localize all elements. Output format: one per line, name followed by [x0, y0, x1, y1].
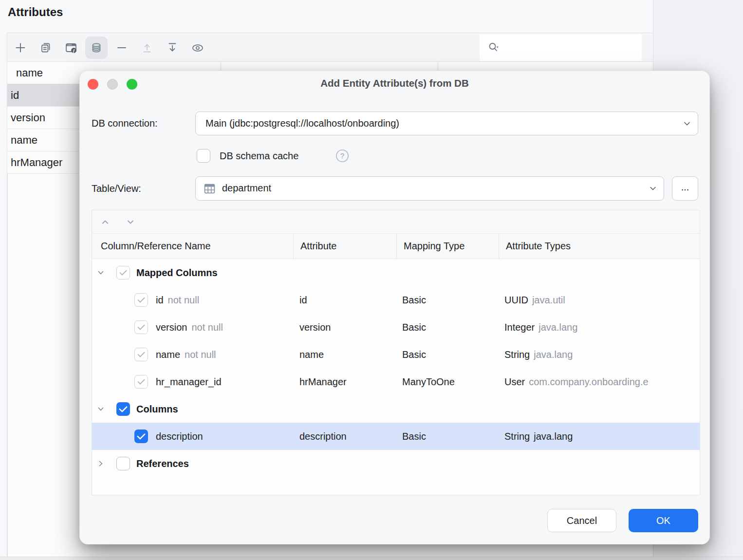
tree-row-id[interactable]: idnot nullidBasicUUIDjava.util [92, 286, 700, 314]
mapping-type-cell: Basic [402, 286, 426, 314]
not-null-note: not null [185, 349, 216, 360]
attribute-cell: id [299, 286, 307, 314]
table-view-value: department [222, 177, 642, 200]
grid-navigation-bar [92, 210, 700, 234]
row-checkbox[interactable] [134, 293, 148, 307]
group-label: Columns [136, 395, 178, 423]
attributes-toolbar: f [7, 33, 653, 62]
attribute-cell: version [299, 314, 331, 341]
attribute-cell: hrManager [299, 368, 347, 395]
table-view-label: Table/View: [92, 183, 141, 194]
grid-header-row: Column/Reference NameAttributeMapping Ty… [92, 234, 700, 259]
type-package: java.util [532, 295, 565, 305]
move-up-icon[interactable] [140, 41, 154, 55]
group-checkbox[interactable] [116, 457, 130, 470]
column-header-mapping-type: Mapping Type [404, 234, 464, 259]
group-checkbox[interactable] [116, 266, 130, 280]
chevron-down-icon [648, 184, 658, 195]
group-checkbox[interactable] [116, 402, 130, 416]
chevron-down-icon[interactable] [97, 405, 105, 413]
move-selection-up-icon[interactable] [101, 218, 110, 228]
table-icon [203, 182, 216, 197]
tree-row-name[interactable]: namenot nullnameBasicStringjava.lang [92, 341, 700, 368]
db-connection-label: DB connection: [92, 117, 158, 129]
mapping-type-cell: ManyToOne [402, 368, 455, 395]
db-schema-cache-checkbox[interactable] [197, 149, 210, 163]
mapping-type-cell: Basic [402, 341, 426, 368]
tree-row-description[interactable]: descriptiondescriptionBasicStringjava.la… [92, 423, 700, 450]
attribute-type-cell: Stringjava.lang [504, 341, 573, 368]
attribute-cell: name [299, 341, 324, 368]
type-package: java.lang [534, 431, 573, 442]
column-header-attribute: Attribute [300, 234, 336, 259]
row-checkbox[interactable] [134, 375, 148, 389]
attributes-panel-title: Attributes [8, 5, 63, 19]
chevron-right-icon[interactable] [97, 460, 105, 467]
attribute-cell: description [299, 423, 347, 450]
mapping-type-cell: Basic [402, 423, 426, 450]
column-name-cell: description [156, 423, 203, 450]
view-icon[interactable] [191, 41, 204, 55]
db-connection-value: Main (jdbc:postgresql://localhost/onboar… [205, 112, 676, 135]
mapping-type-cell: Basic [402, 314, 426, 341]
move-selection-down-icon[interactable] [126, 218, 135, 228]
screen: Attributes f [0, 0, 743, 560]
browse-tables-button[interactable]: ... [672, 176, 698, 201]
type-package: java.lang [539, 322, 577, 333]
type-package: com.company.onboarding.e [529, 376, 648, 387]
db-schema-cache-label: DB schema cache [220, 150, 298, 162]
column-header-column-reference-name: Column/Reference Name [101, 234, 211, 259]
row-checkbox[interactable] [134, 429, 148, 443]
column-name-cell: namenot null [156, 341, 216, 368]
tree-group-columns[interactable]: Columns [92, 395, 700, 423]
column-name-cell: hr_manager_id [156, 368, 222, 395]
tree-group-mapped-columns[interactable]: Mapped Columns [92, 259, 700, 286]
column-name-cell: idnot null [156, 286, 199, 314]
search-field[interactable] [480, 34, 642, 61]
add-function-icon[interactable]: f [64, 41, 78, 55]
copy-icon[interactable] [39, 41, 53, 55]
dialog-title: Add Entity Attribute(s) from DB [80, 77, 709, 89]
search-icon [486, 40, 501, 55]
search-input[interactable] [505, 38, 636, 56]
row-checkbox[interactable] [134, 348, 148, 361]
column-name-cell: versionnot null [156, 314, 223, 341]
add-icon[interactable] [14, 41, 27, 55]
columns-grid: Column/Reference NameAttributeMapping Ty… [92, 210, 700, 495]
ok-button[interactable]: OK [629, 509, 698, 532]
group-label: References [136, 450, 189, 477]
grid-column-separator [499, 234, 499, 259]
type-package: java.lang [534, 349, 573, 360]
attribute-type-cell: UUIDjava.util [504, 286, 565, 314]
tree-row-hr-manager-id[interactable]: hr_manager_idhrManagerManyToOneUsercom.c… [92, 368, 700, 395]
not-null-note: not null [191, 322, 223, 333]
add-entity-attributes-dialog: Add Entity Attribute(s) from DB DB conne… [79, 71, 710, 544]
not-null-note: not null [168, 295, 200, 305]
table-view-select[interactable]: department [195, 176, 664, 201]
column-header-attribute-types: Attribute Types [506, 234, 571, 259]
svg-text:?: ? [340, 151, 344, 160]
grid-column-separator [293, 234, 294, 259]
cancel-button[interactable]: Cancel [547, 509, 616, 532]
group-label: Mapped Columns [136, 259, 218, 286]
chevron-down-icon [682, 119, 692, 131]
tree-row-version[interactable]: versionnot nullversionBasicIntegerjava.l… [92, 314, 700, 341]
tree-group-references[interactable]: References [92, 450, 700, 477]
attribute-type-cell: Usercom.company.onboarding.e [504, 368, 649, 395]
columns-tree: Mapped Columnsidnot nullidBasicUUIDjava.… [92, 259, 700, 495]
chevron-down-icon[interactable] [97, 269, 105, 277]
help-icon[interactable]: ? [335, 149, 349, 163]
row-checkbox[interactable] [134, 320, 148, 334]
remove-icon[interactable] [115, 41, 129, 55]
attribute-type-cell: Integerjava.lang [504, 314, 577, 341]
attribute-type-cell: Stringjava.lang [504, 423, 573, 450]
db-connection-select[interactable]: Main (jdbc:postgresql://localhost/onboar… [195, 112, 698, 135]
add-from-db-icon[interactable] [90, 41, 103, 55]
grid-column-separator [396, 234, 397, 259]
panel-bottom-border [0, 557, 743, 560]
move-down-icon[interactable] [166, 41, 179, 55]
